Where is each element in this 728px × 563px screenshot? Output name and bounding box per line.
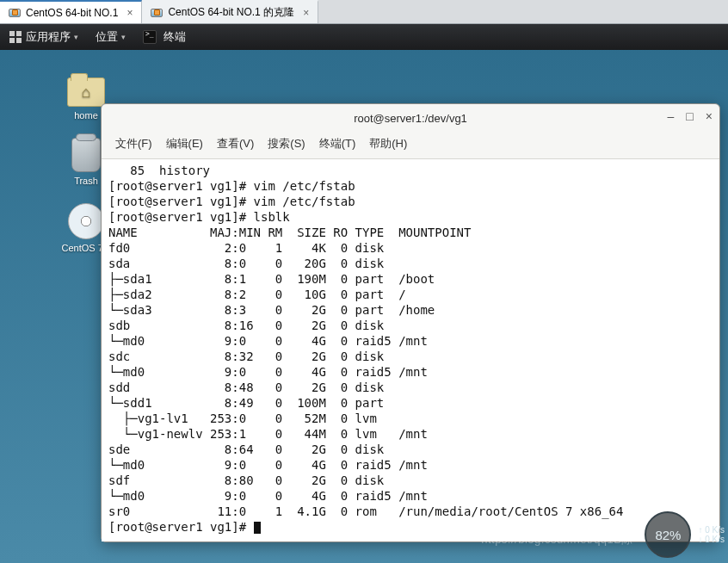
watermark: https://blog.csdn.net/qq1B陈	[481, 532, 633, 548]
lsblk-row: ├─sda1 8:1 0 190M 0 part /boot	[108, 272, 435, 286]
terminal-line: [root@server1 vg1]# vim /etc/fstab	[108, 179, 355, 193]
window-title: root@server1:/dev/vg1	[354, 112, 467, 125]
minimize-button[interactable]: –	[668, 109, 675, 123]
lsblk-row: fd0 2:0 1 4K 0 disk	[108, 241, 398, 255]
lsblk-row: └─sdd1 8:49 0 100M 0 part	[108, 396, 398, 410]
cursor	[254, 522, 261, 534]
lsblk-row: sdf 8:80 0 2G 0 disk	[108, 473, 398, 487]
chevron-down-icon: ▾	[121, 33, 126, 41]
lsblk-row: └─md0 9:0 0 4G 0 raid5 /mnt	[108, 365, 428, 379]
gnome-topbar: 应用程序 ▾ 位置 ▾ 终端	[0, 24, 728, 50]
vm-tab-label: CentOS 64-bit NO.1	[26, 7, 118, 19]
vm-icon	[9, 9, 21, 17]
svg-rect-1	[16, 31, 22, 36]
lsblk-row: sr0 11:0 1 4.1G 0 rom /run/media/root/Ce…	[108, 504, 623, 518]
vm-tab-1[interactable]: CentOS 64-bit NO.1 ×	[0, 0, 142, 23]
svg-rect-3	[16, 38, 22, 43]
terminal-line: [root@server1 vg1]# lsblk	[108, 210, 290, 224]
applications-label: 应用程序	[26, 29, 71, 45]
lsblk-row: ├─sda2 8:2 0 10G 0 part /	[108, 288, 406, 301]
terminal-body[interactable]: 85 history [root@server1 vg1]# vim /etc/…	[102, 159, 719, 541]
lsblk-row: sdc 8:32 0 2G 0 disk	[108, 350, 398, 363]
lsblk-row: └─md0 9:0 0 4G 0 raid5 /mnt	[108, 334, 428, 348]
terminal-line: 85 history	[108, 164, 210, 177]
vm-tab-2[interactable]: CentOS 64-bit NO.1 的克隆 ×	[142, 0, 318, 23]
close-button[interactable]: ×	[706, 109, 713, 123]
battery-indicator[interactable]: 82%	[645, 511, 691, 558]
apps-icon	[9, 30, 22, 44]
disc-icon	[68, 203, 104, 239]
vm-tab-label: CentOS 64-bit NO.1 的克隆	[168, 5, 294, 20]
menu-edit[interactable]: 编辑(E)	[161, 134, 208, 153]
terminal-line: [root@server1 vg1]# vim /etc/fstab	[108, 195, 355, 208]
terminal-icon	[143, 30, 157, 44]
lsblk-row: sda 8:0 0 20G 0 disk	[108, 257, 398, 270]
svg-rect-2	[9, 38, 15, 43]
lsblk-header: NAME MAJ:MIN RM SIZE RO TYPE MOUNTPOINT	[108, 226, 471, 239]
applications-menu[interactable]: 应用程序 ▾	[0, 29, 87, 45]
lsblk-row: ├─vg1-lv1 253:0 0 52M 0 lvm	[108, 411, 398, 425]
maximize-button[interactable]: □	[686, 109, 693, 123]
lsblk-row: └─vg1-newlv 253:1 0 44M 0 lvm /mnt	[108, 427, 428, 441]
menu-help[interactable]: 帮助(H)	[364, 134, 412, 153]
lsblk-row: └─md0 9:0 0 4G 0 raid5 /mnt	[108, 458, 428, 472]
terminal-prompt: [root@server1 vg1]#	[108, 520, 254, 534]
places-menu[interactable]: 位置 ▾	[87, 29, 134, 45]
vm-tab-bar: CentOS 64-bit NO.1 × CentOS 64-bit NO.1 …	[0, 0, 728, 24]
terminal-task[interactable]: 终端	[134, 29, 194, 45]
lsblk-row: sdb 8:16 0 2G 0 disk	[108, 319, 398, 332]
window-titlebar[interactable]: root@server1:/dev/vg1 – □ ×	[102, 104, 719, 132]
lsblk-row: sde 8:64 0 2G 0 disk	[108, 442, 398, 456]
terminal-task-label: 终端	[163, 29, 186, 45]
svg-rect-0	[9, 31, 15, 36]
menu-view[interactable]: 查看(V)	[212, 134, 259, 153]
terminal-menubar: 文件(F) 编辑(E) 查看(V) 搜索(S) 终端(T) 帮助(H)	[102, 132, 719, 159]
chevron-down-icon: ▾	[74, 33, 78, 41]
vm-icon	[151, 9, 163, 17]
network-indicator[interactable]: ↑ 0 K/s ↓ 0 K/s	[698, 525, 725, 544]
menu-terminal[interactable]: 终端(T)	[314, 134, 361, 153]
system-tray: 82% ↑ 0 K/s ↓ 0 K/s	[645, 511, 725, 558]
net-download: ↓ 0 K/s	[698, 535, 725, 544]
lsblk-row: sdd 8:48 0 2G 0 disk	[108, 380, 398, 394]
menu-search[interactable]: 搜索(S)	[262, 134, 310, 153]
terminal-window: root@server1:/dev/vg1 – □ × 文件(F) 编辑(E) …	[101, 103, 720, 542]
lsblk-row: └─md0 9:0 0 4G 0 raid5 /mnt	[108, 489, 428, 503]
battery-percent: 82%	[655, 528, 681, 542]
close-icon[interactable]: ×	[126, 7, 133, 19]
lsblk-row: └─sda3 8:3 0 2G 0 part /home	[108, 303, 435, 317]
folder-icon	[67, 77, 105, 107]
close-icon[interactable]: ×	[303, 7, 309, 19]
menu-file[interactable]: 文件(F)	[110, 134, 157, 153]
net-upload: ↑ 0 K/s	[698, 525, 725, 535]
trashcan-icon	[71, 138, 101, 172]
places-label: 位置	[96, 29, 118, 45]
